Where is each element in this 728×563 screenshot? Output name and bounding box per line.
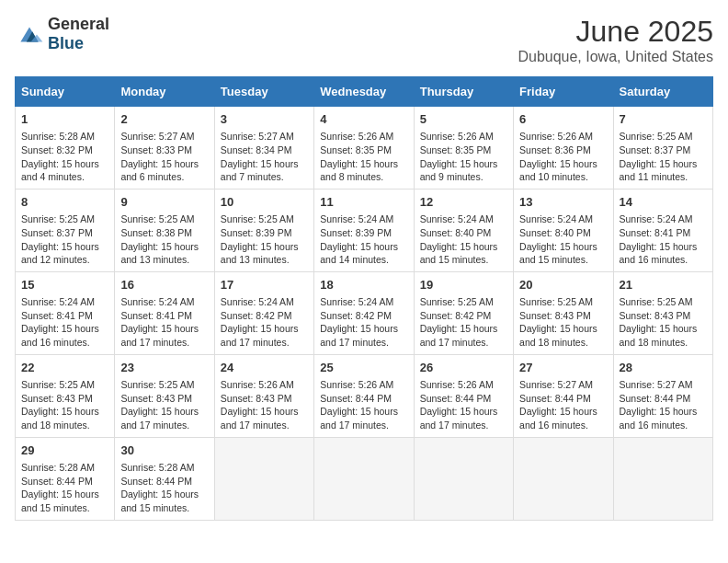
title-area: June 2025 Dubuque, Iowa, United States: [518, 15, 713, 65]
day-info: Sunrise: 5:25 AM Sunset: 8:42 PM Dayligh…: [420, 295, 507, 350]
weekday-header: Thursday: [414, 77, 513, 107]
day-number: 13: [519, 194, 607, 211]
day-info: Sunrise: 5:25 AM Sunset: 8:39 PM Dayligh…: [221, 213, 308, 267]
calendar-day-cell: 11 Sunrise: 5:24 AM Sunset: 8:39 PM Dayl…: [314, 189, 414, 271]
day-info: Sunrise: 5:25 AM Sunset: 8:37 PM Dayligh…: [620, 130, 707, 184]
day-info: Sunrise: 5:24 AM Sunset: 8:41 PM Dayligh…: [620, 213, 707, 267]
calendar-day-cell: 6 Sunrise: 5:26 AM Sunset: 8:36 PM Dayli…: [514, 107, 613, 190]
calendar-day-cell: 5 Sunrise: 5:26 AM Sunset: 8:35 PM Dayli…: [414, 107, 513, 190]
day-number: 1: [21, 111, 108, 128]
day-number: 15: [21, 277, 108, 293]
calendar-day-cell: 4 Sunrise: 5:26 AM Sunset: 8:35 PM Dayli…: [314, 107, 414, 190]
calendar-day-cell: 19 Sunrise: 5:25 AM Sunset: 8:42 PM Dayl…: [414, 271, 513, 354]
day-number: 4: [320, 111, 407, 128]
day-info: Sunrise: 5:24 AM Sunset: 8:39 PM Dayligh…: [320, 213, 407, 267]
day-number: 3: [221, 111, 308, 128]
day-info: Sunrise: 5:26 AM Sunset: 8:35 PM Dayligh…: [320, 130, 407, 184]
calendar-day-cell: [613, 437, 712, 520]
calendar-day-cell: 12 Sunrise: 5:24 AM Sunset: 8:40 PM Dayl…: [414, 189, 513, 271]
calendar-day-cell: 17 Sunrise: 5:24 AM Sunset: 8:42 PM Dayl…: [214, 271, 313, 354]
day-number: 20: [519, 277, 607, 293]
calendar-table: SundayMondayTuesdayWednesdayThursdayFrid…: [15, 76, 713, 521]
day-number: 25: [320, 360, 407, 376]
day-number: 30: [120, 442, 208, 459]
day-info: Sunrise: 5:25 AM Sunset: 8:43 PM Dayligh…: [21, 378, 108, 432]
month-title: June 2025: [518, 15, 713, 49]
logo-text: General Blue: [48, 15, 109, 53]
day-info: Sunrise: 5:24 AM Sunset: 8:42 PM Dayligh…: [320, 295, 407, 350]
day-number: 28: [620, 360, 707, 376]
day-info: Sunrise: 5:25 AM Sunset: 8:43 PM Dayligh…: [519, 295, 607, 350]
calendar-day-cell: [514, 437, 613, 520]
day-info: Sunrise: 5:28 AM Sunset: 8:44 PM Dayligh…: [21, 461, 108, 515]
day-number: 18: [320, 277, 407, 293]
day-number: 26: [420, 360, 507, 376]
day-info: Sunrise: 5:26 AM Sunset: 8:43 PM Dayligh…: [221, 378, 308, 432]
calendar-day-cell: [314, 437, 414, 520]
day-number: 22: [21, 360, 108, 376]
day-info: Sunrise: 5:25 AM Sunset: 8:43 PM Dayligh…: [620, 295, 707, 350]
calendar-day-cell: 23 Sunrise: 5:25 AM Sunset: 8:43 PM Dayl…: [115, 354, 214, 437]
calendar-day-cell: [214, 437, 313, 520]
logo-general: General: [48, 15, 109, 33]
calendar-day-cell: 13 Sunrise: 5:24 AM Sunset: 8:40 PM Dayl…: [514, 189, 613, 271]
calendar-day-cell: 18 Sunrise: 5:24 AM Sunset: 8:42 PM Dayl…: [314, 271, 414, 354]
calendar-day-cell: 21 Sunrise: 5:25 AM Sunset: 8:43 PM Dayl…: [613, 271, 712, 354]
location-title: Dubuque, Iowa, United States: [518, 49, 713, 65]
day-info: Sunrise: 5:27 AM Sunset: 8:44 PM Dayligh…: [519, 378, 607, 432]
calendar-day-cell: 29 Sunrise: 5:28 AM Sunset: 8:44 PM Dayl…: [16, 437, 115, 520]
day-number: 10: [221, 194, 308, 211]
day-info: Sunrise: 5:28 AM Sunset: 8:32 PM Dayligh…: [21, 130, 108, 184]
weekday-header: Saturday: [613, 77, 712, 107]
weekday-header: Monday: [115, 77, 214, 107]
calendar-day-cell: 8 Sunrise: 5:25 AM Sunset: 8:37 PM Dayli…: [16, 189, 115, 271]
day-info: Sunrise: 5:24 AM Sunset: 8:41 PM Dayligh…: [120, 295, 208, 350]
logo-blue: Blue: [48, 34, 84, 52]
weekday-header: Sunday: [16, 77, 115, 107]
day-info: Sunrise: 5:25 AM Sunset: 8:37 PM Dayligh…: [21, 213, 108, 267]
day-number: 27: [519, 360, 607, 376]
calendar-day-cell: 16 Sunrise: 5:24 AM Sunset: 8:41 PM Dayl…: [115, 271, 214, 354]
day-info: Sunrise: 5:27 AM Sunset: 8:34 PM Dayligh…: [221, 130, 308, 184]
day-info: Sunrise: 5:26 AM Sunset: 8:36 PM Dayligh…: [519, 130, 607, 184]
calendar-day-cell: 14 Sunrise: 5:24 AM Sunset: 8:41 PM Dayl…: [613, 189, 712, 271]
logo: General Blue: [15, 15, 109, 53]
day-number: 16: [120, 277, 208, 293]
calendar-week-row: 22 Sunrise: 5:25 AM Sunset: 8:43 PM Dayl…: [16, 354, 713, 437]
calendar-day-cell: 24 Sunrise: 5:26 AM Sunset: 8:43 PM Dayl…: [214, 354, 313, 437]
day-number: 21: [620, 277, 707, 293]
day-info: Sunrise: 5:28 AM Sunset: 8:44 PM Dayligh…: [120, 461, 208, 515]
calendar-week-row: 29 Sunrise: 5:28 AM Sunset: 8:44 PM Dayl…: [16, 437, 713, 520]
calendar-day-cell: 25 Sunrise: 5:26 AM Sunset: 8:44 PM Dayl…: [314, 354, 414, 437]
day-number: 6: [519, 111, 607, 128]
day-number: 5: [420, 111, 507, 128]
calendar-week-row: 1 Sunrise: 5:28 AM Sunset: 8:32 PM Dayli…: [16, 107, 713, 190]
day-info: Sunrise: 5:24 AM Sunset: 8:40 PM Dayligh…: [420, 213, 507, 267]
day-info: Sunrise: 5:26 AM Sunset: 8:44 PM Dayligh…: [320, 378, 407, 432]
weekday-header: Friday: [514, 77, 613, 107]
day-number: 7: [620, 111, 707, 128]
day-info: Sunrise: 5:24 AM Sunset: 8:42 PM Dayligh…: [221, 295, 308, 350]
day-number: 9: [120, 194, 208, 211]
day-number: 29: [21, 442, 108, 459]
day-number: 24: [221, 360, 308, 376]
calendar-day-cell: 9 Sunrise: 5:25 AM Sunset: 8:38 PM Dayli…: [115, 189, 214, 271]
day-number: 8: [21, 194, 108, 211]
calendar-day-cell: 26 Sunrise: 5:26 AM Sunset: 8:44 PM Dayl…: [414, 354, 513, 437]
day-info: Sunrise: 5:27 AM Sunset: 8:44 PM Dayligh…: [620, 378, 707, 432]
day-number: 17: [221, 277, 308, 293]
calendar-day-cell: 30 Sunrise: 5:28 AM Sunset: 8:44 PM Dayl…: [115, 437, 214, 520]
calendar-week-row: 15 Sunrise: 5:24 AM Sunset: 8:41 PM Dayl…: [16, 271, 713, 354]
day-number: 14: [620, 194, 707, 211]
calendar-day-cell: 3 Sunrise: 5:27 AM Sunset: 8:34 PM Dayli…: [214, 107, 313, 190]
calendar-day-cell: 15 Sunrise: 5:24 AM Sunset: 8:41 PM Dayl…: [16, 271, 115, 354]
calendar-day-cell: 1 Sunrise: 5:28 AM Sunset: 8:32 PM Dayli…: [16, 107, 115, 190]
calendar-day-cell: 27 Sunrise: 5:27 AM Sunset: 8:44 PM Dayl…: [514, 354, 613, 437]
calendar-week-row: 8 Sunrise: 5:25 AM Sunset: 8:37 PM Dayli…: [16, 189, 713, 271]
calendar-day-cell: 22 Sunrise: 5:25 AM Sunset: 8:43 PM Dayl…: [16, 354, 115, 437]
calendar-day-cell: 2 Sunrise: 5:27 AM Sunset: 8:33 PM Dayli…: [115, 107, 214, 190]
day-info: Sunrise: 5:26 AM Sunset: 8:35 PM Dayligh…: [420, 130, 507, 184]
day-number: 12: [420, 194, 507, 211]
weekday-header: Wednesday: [314, 77, 414, 107]
calendar-header-row: SundayMondayTuesdayWednesdayThursdayFrid…: [16, 77, 713, 107]
